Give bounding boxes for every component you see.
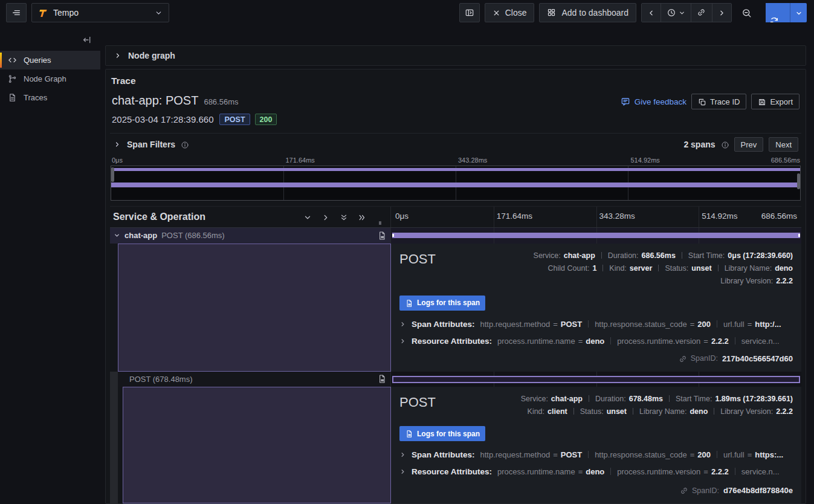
span-bar-selected[interactable] [392,376,800,383]
give-feedback-label: Give feedback [635,97,686,106]
trace-id-button[interactable]: Trace ID [691,94,746,109]
span-row-chat-app-post[interactable]: chat-app POST (686.56ms) LOG [110,228,801,243]
span-detail-meta: Service:chat-appDuration:678.48msStart T… [521,393,793,418]
copy-icon [698,98,706,106]
expand-one-icon[interactable] [321,213,329,221]
next-span-button[interactable]: Next [769,137,798,152]
span-filters-title: Span Filters [127,140,175,149]
svg-text:LOG: LOG [408,304,411,305]
expand-all-icon[interactable] [358,213,366,221]
chevron-left-icon [647,9,655,17]
chevron-right-icon [399,338,406,344]
close-button[interactable]: Close [485,3,535,22]
run-query-button[interactable] [766,3,790,22]
split-pane-button[interactable] [459,3,480,22]
span-detail-row: POST Service:chat-appDuration:678.48msSt… [110,387,801,503]
resource-attributes-toggle[interactable]: Resource Attributes: process.runtime.nam… [399,467,793,476]
ruler-tick-label: 514.92ms [699,212,737,221]
span-operation-name: POST (678.48ms) [129,375,193,384]
span-bar-lane[interactable] [391,228,801,243]
span-detail-panel: POST Service:chat-appDuration:678.48msSt… [391,387,801,503]
column-resize-handle[interactable] [376,219,384,227]
chain-icon[interactable] [679,355,686,363]
log-document-icon[interactable]: LOG [377,374,387,384]
prev-span-button[interactable]: Prev [734,137,764,152]
time-forward-button[interactable] [712,4,731,22]
close-label: Close [505,8,527,18]
tempo-logo-icon [38,8,48,18]
logs-for-span-button[interactable]: LOG Logs for this span [399,296,485,311]
node-graph-title: Node graph [128,51,175,60]
export-label: Export [770,97,793,106]
span-bar[interactable] [392,233,800,238]
grid-icon [547,8,557,18]
add-to-dashboard-button[interactable]: Add to dashboard [539,3,636,22]
span-filters-toggle[interactable]: Span Filters [114,140,189,149]
copy-link-button[interactable] [691,4,712,22]
span-attributes-toggle[interactable]: Span Attributes: http.request.method=POS… [399,320,793,329]
minimap-drag-handle-right[interactable] [797,173,800,189]
menu-button[interactable] [6,3,27,22]
code-icon [8,56,18,65]
collapse-outline-button[interactable] [0,33,100,51]
trace-panel: Trace chat-app: POST 686.56ms Give feedb… [105,69,806,504]
span-attributes-preview: http.request.method=POSThttp.response.st… [480,320,781,329]
datasource-picker[interactable]: Tempo [31,3,169,22]
indent-guide [110,387,118,503]
chevron-down-icon[interactable] [114,232,120,239]
svg-text:LOG: LOG [381,236,384,238]
chevron-down-icon [679,10,685,16]
span-id-row: SpanID: d76e4b8df878840e [399,476,793,500]
span-detail-panel: POST Service:chat-appDuration:686.56msSt… [391,244,801,372]
run-query-split-button [761,3,807,22]
menu-icon [11,8,21,18]
sidebar-item-label: Queries [24,56,51,65]
service-operation-header: Service & Operation [113,212,294,222]
trace-minimap: 0μs 171.64ms 343.28ms 514.92ms 686.56ms [110,157,801,201]
give-feedback-link[interactable]: Give feedback [621,97,686,106]
sidebar-item-traces[interactable]: Traces [0,88,100,107]
span-id-value: d76e4b8df878840e [723,486,793,495]
run-query-interval-button[interactable] [790,3,807,22]
span-row-post-child[interactable]: POST (678.48ms) LOG [110,372,801,387]
toolbar-left: Tempo [6,3,169,22]
meta-line: Kind:clientStatus:unsetLibrary Name:deno… [521,405,793,418]
span-id-row: SpanID: 217b40c566547d60 [399,346,793,368]
span-detail-indent [110,244,391,372]
ruler-tick-label: 686.56ms [761,212,797,221]
logs-for-span-button[interactable]: LOG Logs for this span [399,426,485,441]
span-detail-meta: Service:chat-appDuration:686.56msStart T… [534,250,793,288]
node-graph-section-toggle[interactable]: Node graph [105,45,806,66]
span-bar-cap [798,234,800,237]
time-nav-group [641,3,732,22]
sidebar-item-node-graph[interactable]: Node Graph [0,69,100,88]
sidebar-item-queries[interactable]: Queries [0,51,100,69]
export-button[interactable]: Export [751,94,799,109]
trace-timeline-viewer: Service & Operation [110,206,801,503]
time-back-button[interactable] [642,4,661,22]
time-picker-button[interactable] [661,4,691,22]
span-id-label: SpanID: [692,486,719,495]
chain-icon[interactable] [680,486,688,494]
collapse-one-icon[interactable] [303,213,311,221]
log-document-icon[interactable]: LOG [377,231,387,241]
trace-duration: 686.56ms [204,97,238,106]
span-bar-lane[interactable] [391,372,801,387]
save-icon [758,98,766,106]
chevron-right-icon [399,451,406,458]
span-filters-bar: Span Filters 2 spans Prev Next [110,133,801,155]
resource-attributes-preview: process.runtime.name=denoprocess.runtime… [497,467,780,476]
span-id-label: SpanID: [691,354,718,363]
minimap-canvas[interactable] [111,166,801,201]
collapse-all-icon[interactable] [340,213,347,221]
resource-attributes-toggle[interactable]: Resource Attributes: process.runtime.nam… [399,337,793,346]
zoom-out-button[interactable] [737,3,756,22]
meta-line: Library Version:2.2.2 [534,275,793,288]
span-operation-name: POST (686.56ms) [161,231,225,240]
log-document-icon: LOG [405,299,413,307]
trace-panel-title: Trace [110,74,801,94]
minimap-drag-handle-left[interactable] [111,167,114,182]
info-icon [181,141,189,149]
span-attributes-toggle[interactable]: Span Attributes: http.request.method=POS… [399,450,793,459]
chevron-down-icon [155,9,163,17]
